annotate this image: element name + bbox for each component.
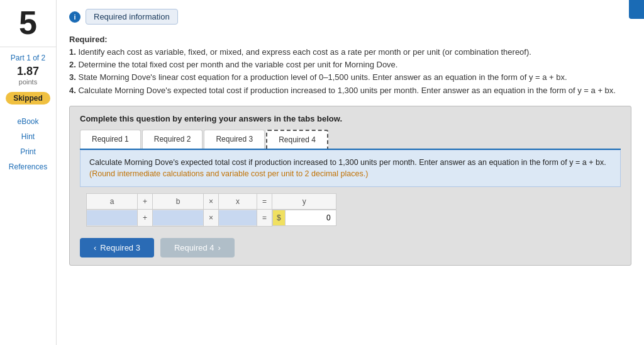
input-b[interactable] [153, 210, 203, 225]
prev-label: Required 3 [100, 243, 140, 252]
req-item-4: 4. Calculate Morning Dove's expected tot… [69, 84, 631, 97]
plus-symbol: + [138, 210, 153, 227]
prev-button[interactable]: ‹ Required 3 [80, 238, 154, 257]
blue-info-note: (Round intermediate calculations and var… [89, 169, 368, 178]
tab-required-1[interactable]: Required 1 [80, 130, 141, 149]
equation-area: a + b × x = y + [86, 193, 621, 227]
tabs-row: Required 1 Required 2 Required 3 Require… [80, 130, 621, 150]
required-section: Required: 1. Identify each cost as varia… [69, 33, 631, 97]
print-link[interactable]: Print [20, 147, 36, 156]
part-label: Part 1 of 2 [11, 54, 45, 62]
tab-required-3[interactable]: Required 3 [204, 130, 265, 149]
dollar-sign: $ [273, 210, 286, 225]
sidebar-links: eBook Hint Print References [9, 117, 47, 171]
cell-a [87, 210, 138, 227]
next-label: Required 4 [174, 243, 214, 252]
points-label: points [19, 78, 37, 86]
ebook-link[interactable]: eBook [17, 117, 38, 126]
main-content: i Required information Required: 1. Iden… [57, 0, 644, 345]
points-value: 1.87 [17, 65, 39, 78]
tab-required-2[interactable]: Required 2 [142, 130, 203, 149]
col-header-equals: = [257, 194, 272, 210]
required-label: Required: [69, 35, 108, 44]
status-badge: Skipped [6, 92, 50, 105]
col-header-y: y [272, 194, 336, 210]
info-icon: i [69, 11, 80, 23]
col-header-b: b [153, 194, 204, 210]
hint-link[interactable]: Hint [21, 132, 35, 141]
input-y[interactable] [286, 210, 336, 225]
req-item-3: 3. State Morning Dove's linear cost equa… [69, 71, 631, 84]
times-symbol: × [204, 210, 219, 227]
next-icon: › [218, 243, 221, 252]
input-a[interactable] [87, 210, 137, 225]
prev-icon: ‹ [94, 243, 96, 252]
complete-box-text: Complete this question by entering your … [80, 114, 342, 123]
tab-required-4[interactable]: Required 4 [266, 130, 328, 149]
req-item-2: 2. Determine the total fixed cost per mo… [69, 59, 631, 71]
sidebar: 5 Part 1 of 2 1.87 points Skipped eBook … [0, 0, 57, 345]
col-header-a: a [87, 194, 138, 210]
question-number: 5 [19, 6, 37, 39]
nav-buttons: ‹ Required 3 Required 4 › [80, 238, 621, 257]
equation-table: a + b × x = y + [86, 193, 336, 227]
blue-info-main: Calculate Morning Dove's expected total … [89, 158, 606, 167]
equals-symbol: = [257, 210, 272, 227]
header-bar: i Required information [69, 9, 631, 25]
input-x[interactable] [219, 210, 257, 225]
sidebar-divider [0, 47, 56, 47]
header-title: Required information [86, 9, 178, 25]
cell-b [153, 210, 204, 227]
corner-badge [629, 0, 644, 19]
complete-box: Complete this question by entering your … [69, 106, 631, 266]
blue-info-section: Calculate Morning Dove's expected total … [80, 150, 621, 188]
col-header-plus: + [138, 194, 153, 210]
col-header-x: x [219, 194, 257, 210]
cell-y: $ [272, 210, 336, 226]
req-item-1: 1. Identify each cost as variable, fixed… [69, 46, 631, 59]
cell-x [219, 210, 257, 227]
col-header-times: × [204, 194, 219, 210]
references-link[interactable]: References [9, 162, 47, 171]
next-button[interactable]: Required 4 › [160, 238, 235, 257]
